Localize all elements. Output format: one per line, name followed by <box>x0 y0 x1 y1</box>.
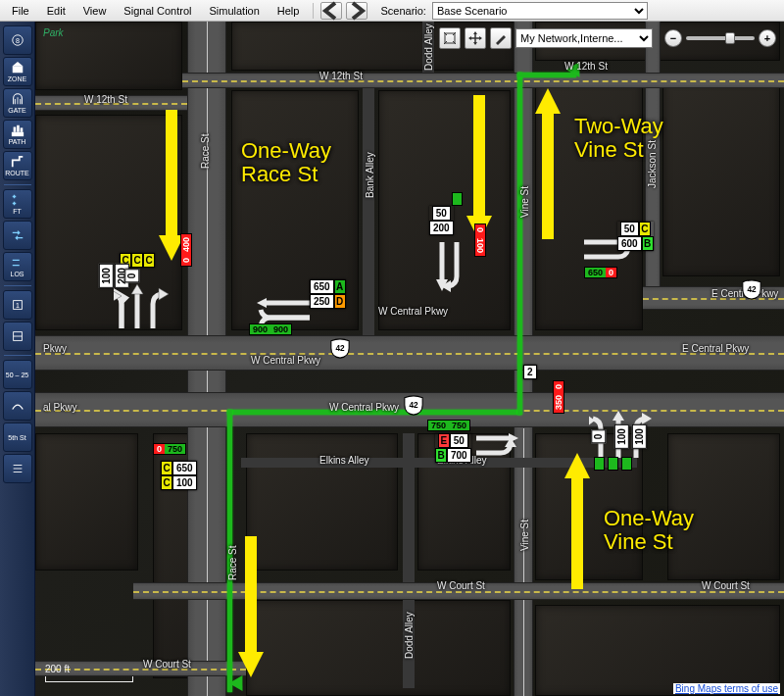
tool-ft[interactable]: FT <box>3 189 32 219</box>
toolbar-divider <box>4 285 31 286</box>
direction-arrow-icon <box>238 536 264 678</box>
signal-bar: 3500 <box>553 380 564 414</box>
signal-bar: 750750 <box>427 420 470 431</box>
signal-green-icon <box>621 457 632 471</box>
tool-list[interactable] <box>3 454 32 483</box>
tool-zone[interactable]: ZONE <box>3 57 32 86</box>
layer-select[interactable]: My Network,Interne... <box>515 28 653 48</box>
road-w12th <box>182 73 784 88</box>
signal-bar: 0400 <box>180 233 192 267</box>
signal-green-icon <box>594 457 605 471</box>
svg-marker-33 <box>642 413 652 424</box>
label-vine: Vine St <box>519 520 530 551</box>
volume-box: 0 <box>124 270 139 283</box>
direction-arrow-icon <box>466 95 492 242</box>
label-wcentral: W Central Pkwy <box>378 306 448 317</box>
volume-vine-s-left: E50 B700 <box>435 433 471 463</box>
fit-extent-button[interactable] <box>439 27 461 49</box>
zoom-in-button[interactable]: + <box>759 29 776 47</box>
label-pkwy: al Pkwy <box>43 402 76 413</box>
tool-curve[interactable] <box>3 391 32 421</box>
svg-text:1: 1 <box>16 302 20 309</box>
menu-help[interactable]: Help <box>270 3 308 19</box>
left-toolbar: 8 ZONE GATE PATH ROUTE FT LOS 1 50 – 25 … <box>0 22 35 696</box>
map-controls: My Network,Interne... − + <box>439 27 776 49</box>
signal-green-icon <box>452 192 463 206</box>
us-route-shield: 42 <box>329 337 351 359</box>
svg-text:42: 42 <box>409 401 418 410</box>
tool-route[interactable]: ROUTE <box>3 151 32 180</box>
direction-arrow-icon <box>535 88 561 240</box>
zoom-slider[interactable] <box>686 36 755 40</box>
svg-text:42: 42 <box>747 285 757 294</box>
label-wcourt: W Court St <box>437 580 485 591</box>
tool-box2[interactable] <box>3 322 32 351</box>
svg-marker-36 <box>473 42 477 45</box>
tool-path[interactable]: PATH <box>3 120 32 149</box>
scale-bar: 200 ft <box>45 664 133 682</box>
nav-back-button[interactable] <box>320 2 342 20</box>
label-wcourt: W Court St <box>702 580 750 591</box>
map-canvas[interactable]: Park W 12th St W 12th St W 12th St Race … <box>35 22 784 696</box>
svg-marker-38 <box>479 36 482 40</box>
edit-button[interactable] <box>490 27 512 49</box>
tool-arrows[interactable] <box>3 221 32 250</box>
label-wcourt: W Court St <box>143 659 191 670</box>
volume-box: 0 <box>591 430 606 444</box>
tool-range[interactable]: 50 – 25 <box>3 360 32 389</box>
menu-bar: File Edit View Signal Control Simulation… <box>0 0 784 22</box>
label-wcentral: W Central Pkwy <box>251 355 320 366</box>
label-bank-alley: Bank Alley <box>365 152 375 198</box>
turn-arrows <box>471 423 525 474</box>
toolbar-divider <box>4 184 31 185</box>
svg-marker-37 <box>468 36 471 40</box>
nav-forward-button[interactable] <box>346 2 368 20</box>
direction-arrow-icon <box>564 453 590 590</box>
route-overlay <box>517 73 522 415</box>
zoom-out-button[interactable]: − <box>664 29 682 47</box>
svg-rect-9 <box>20 127 23 131</box>
tool-intersection[interactable]: 8 <box>3 25 32 55</box>
alley-bank <box>363 80 374 335</box>
building-block <box>246 433 398 571</box>
turn-arrows <box>114 284 172 335</box>
scenario-label: Scenario: <box>380 5 425 17</box>
scale-label: 200 ft <box>45 664 70 674</box>
tool-box1[interactable]: 1 <box>3 290 32 320</box>
menu-simulation[interactable]: Simulation <box>201 3 267 19</box>
pan-button[interactable] <box>465 27 486 49</box>
tool-5th-st[interactable]: 5th St <box>3 423 32 452</box>
route-overlay <box>517 73 576 77</box>
label-pkwy: Pkwy <box>43 343 67 354</box>
svg-rect-7 <box>13 127 16 132</box>
label-dodd-alley: Dodd Alley <box>404 612 415 659</box>
svg-text:8: 8 <box>16 37 20 44</box>
menu-file[interactable]: File <box>4 3 37 19</box>
us-route-shield: 42 <box>403 394 424 416</box>
menu-view[interactable]: View <box>75 3 115 19</box>
road-wcentral-n <box>35 335 784 371</box>
label-wcentral: W Central Pkwy <box>329 402 399 413</box>
menu-edit[interactable]: Edit <box>39 3 74 19</box>
signal-bar: 900900 <box>249 323 292 335</box>
volume-box: 100 <box>632 424 647 449</box>
menu-signal-control[interactable]: Signal Control <box>116 3 199 19</box>
label-dodd-alley: Dodd Alley <box>423 24 434 71</box>
us-route-shield: 42 <box>741 278 762 300</box>
label-race: Race St <box>200 133 211 169</box>
scenario-select[interactable]: Base Scenario <box>432 2 648 20</box>
turn-arrows <box>422 237 471 298</box>
label-park: Park <box>43 27 64 38</box>
signal-bar: 0750 <box>153 443 186 455</box>
volume-box: 100 <box>614 424 629 449</box>
terms-link[interactable]: Bing Maps terms of use <box>673 683 780 694</box>
toolbar-divider <box>4 355 31 356</box>
svg-marker-35 <box>473 31 477 34</box>
annotation-one-vine: One-Way Vine St <box>604 507 694 554</box>
label-elkins: Elkins Alley <box>319 455 369 466</box>
svg-marker-23 <box>257 298 267 308</box>
svg-marker-22 <box>159 288 169 300</box>
tool-los[interactable]: LOS <box>3 252 32 281</box>
volume-vine-top: 50 200 <box>429 206 454 235</box>
tool-gate[interactable]: GATE <box>3 88 32 118</box>
